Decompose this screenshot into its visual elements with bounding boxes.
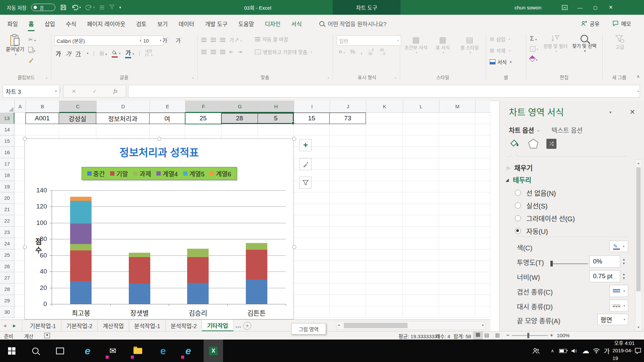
cell-x30[interactable] bbox=[475, 306, 490, 318]
cell-A14[interactable] bbox=[14, 124, 25, 135]
cell-x28[interactable] bbox=[475, 284, 490, 295]
cell-H13[interactable]: 5 bbox=[258, 113, 294, 124]
cell-L14[interactable] bbox=[403, 124, 439, 135]
cell-L13[interactable] bbox=[403, 113, 439, 124]
cell-I14[interactable] bbox=[294, 124, 330, 135]
bar-segment-과제-김튼튼[interactable] bbox=[246, 243, 267, 249]
bar-segment-중간-김튼튼[interactable] bbox=[246, 280, 267, 304]
volume-icon[interactable] bbox=[568, 340, 580, 362]
row-header-17[interactable]: 17 bbox=[0, 158, 14, 170]
legend-item-1[interactable]: 기말 bbox=[110, 169, 128, 178]
row-header-30[interactable]: 30 bbox=[0, 306, 14, 318]
cell-x21[interactable] bbox=[475, 204, 490, 215]
row-header-14[interactable]: 14 bbox=[0, 124, 14, 135]
start-button[interactable] bbox=[2, 340, 21, 362]
cell-A19[interactable] bbox=[14, 181, 25, 192]
legend-item-2[interactable]: 과제 bbox=[133, 169, 151, 178]
cell-I30[interactable] bbox=[294, 306, 330, 318]
formula-bar-expand-icon[interactable]: ⌄ bbox=[637, 88, 640, 93]
chart-filters-button[interactable] bbox=[300, 177, 312, 189]
font-dialog-launcher-icon[interactable]: ⌟ bbox=[192, 75, 194, 79]
cell-J23[interactable] bbox=[330, 227, 366, 238]
sheet-tab-0[interactable]: 기본작업-1 bbox=[25, 320, 61, 331]
taskbar-search-button[interactable] bbox=[25, 340, 45, 362]
cell-x29[interactable] bbox=[475, 295, 490, 306]
transparency-input[interactable]: 0% bbox=[589, 255, 620, 267]
column-header-H[interactable]: H bbox=[258, 101, 294, 113]
ribbon-tab-0[interactable]: 파일 bbox=[2, 15, 23, 32]
cell-K23[interactable] bbox=[366, 227, 403, 238]
row-header-21[interactable]: 21 bbox=[0, 204, 14, 215]
sheet-scroll-right-icon[interactable]: ▸ bbox=[10, 320, 19, 331]
cell-J25[interactable] bbox=[330, 249, 366, 261]
cell-K17[interactable] bbox=[366, 158, 403, 170]
dash-type-dropdown[interactable]: ▾ bbox=[609, 300, 628, 312]
column-header-F[interactable]: F bbox=[185, 101, 222, 113]
cell-x16[interactable] bbox=[475, 147, 490, 158]
column-header-L[interactable]: L bbox=[403, 101, 439, 113]
hidden-icons-chevron[interactable]: ∧ bbox=[547, 340, 558, 362]
cell-L19[interactable] bbox=[403, 181, 439, 192]
legend-item-0[interactable]: 중간 bbox=[87, 169, 105, 178]
cell-L23[interactable] bbox=[403, 227, 439, 238]
color-picker-button[interactable]: ✎ ▾ bbox=[609, 241, 628, 252]
cell-J15[interactable] bbox=[330, 135, 366, 147]
sheet-tabs-overflow[interactable]: ... bbox=[233, 320, 243, 331]
cell-x17[interactable] bbox=[475, 158, 490, 170]
onedrive-icon[interactable]: ☁ bbox=[580, 340, 592, 362]
cell-I21[interactable] bbox=[294, 204, 330, 215]
fill-line-icon[interactable] bbox=[509, 138, 520, 149]
bar-segment-계열6-최고봉[interactable] bbox=[70, 197, 92, 201]
format-cells-button[interactable]: 서식▾ bbox=[490, 58, 512, 65]
cell-M26[interactable] bbox=[439, 261, 475, 272]
borders-button[interactable]: ⊞▾ bbox=[99, 50, 107, 57]
cell-A30[interactable] bbox=[14, 306, 25, 318]
sheet-tab-2[interactable]: 계산작업 bbox=[98, 320, 129, 331]
column-header-B[interactable]: B bbox=[26, 101, 59, 113]
cell-M22[interactable] bbox=[439, 215, 475, 227]
share-button[interactable]: 공유 bbox=[581, 15, 599, 32]
chart-object[interactable]: 정보처리과 성적표중간기말과제계열4계열5계열60204060801001201… bbox=[24, 138, 294, 319]
copy-button[interactable]: ▾ bbox=[28, 47, 36, 53]
transparency-slider-thumb[interactable] bbox=[550, 261, 553, 266]
cell-A26[interactable] bbox=[14, 261, 25, 272]
cell-L25[interactable] bbox=[403, 249, 439, 261]
hscroll-thumb[interactable] bbox=[344, 323, 408, 328]
column-header-I[interactable]: I bbox=[294, 101, 330, 113]
ribbon-tab-4[interactable]: 페이지 레이아웃 bbox=[82, 15, 130, 32]
column-header-C[interactable]: C bbox=[59, 101, 97, 113]
autosave-toggle[interactable]: 끔 bbox=[31, 4, 55, 11]
cell-M27[interactable] bbox=[439, 272, 475, 284]
cell-A27[interactable] bbox=[14, 272, 25, 284]
row-header-18[interactable]: 18 bbox=[0, 170, 14, 181]
chart-handle-middle-left[interactable] bbox=[23, 245, 27, 249]
bar-segment-중간-장샛별[interactable] bbox=[129, 284, 150, 304]
ribbon-tab-5[interactable]: 검토 bbox=[131, 15, 152, 32]
row-header-29[interactable]: 29 bbox=[0, 295, 14, 306]
row-header-24[interactable]: 24 bbox=[0, 238, 14, 249]
action-center-icon[interactable] bbox=[632, 340, 644, 362]
ribbon-tab-9[interactable]: 도움말 bbox=[233, 15, 259, 32]
cell-J26[interactable] bbox=[330, 261, 366, 272]
name-box-dropdown-icon[interactable]: ▾ bbox=[55, 89, 57, 93]
cell-x22[interactable] bbox=[475, 215, 490, 227]
pane-tab-text-options[interactable]: 텍스트 옵션 bbox=[551, 125, 583, 134]
alignment-dialog-launcher-icon[interactable]: ⌟ bbox=[327, 75, 329, 79]
row-header-28[interactable]: 28 bbox=[0, 284, 14, 295]
minimize-button[interactable]: — bbox=[572, 0, 588, 15]
internet-explorer-2-icon[interactable]: e bbox=[178, 340, 198, 362]
cell-I25[interactable] bbox=[294, 249, 330, 261]
insert-function-icon[interactable]: fx bbox=[113, 88, 117, 95]
legend-item-5[interactable]: 계열6 bbox=[210, 169, 231, 178]
cell-x15[interactable] bbox=[475, 135, 490, 147]
italic-button[interactable]: 가 bbox=[65, 49, 71, 58]
row-header-23[interactable]: 23 bbox=[0, 227, 14, 238]
cell-K28[interactable] bbox=[366, 284, 403, 295]
cell-M25[interactable] bbox=[439, 249, 475, 261]
cell-J27[interactable] bbox=[330, 272, 366, 284]
ime-korean-indicator[interactable]: 가 bbox=[601, 340, 612, 362]
bar-segment-중간-김승리[interactable] bbox=[187, 283, 209, 304]
cell-x23[interactable] bbox=[475, 227, 490, 238]
sheet-tab-4[interactable]: 분석작업-2 bbox=[166, 320, 202, 331]
cell-J30[interactable] bbox=[330, 306, 366, 318]
